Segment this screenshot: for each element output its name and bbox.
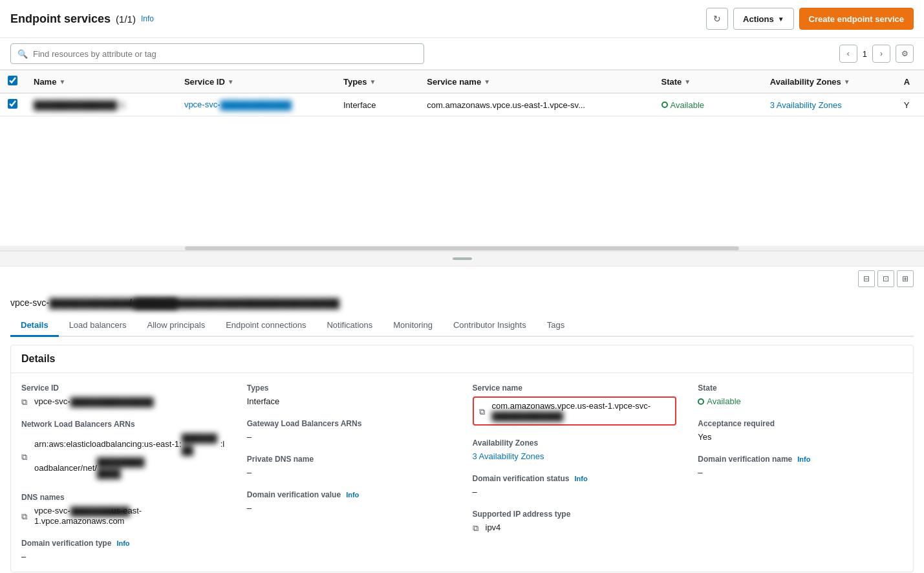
domain-verify-type-label: Domain verification type Info: [21, 539, 226, 548]
tab-allow-principals[interactable]: Allow principals: [137, 315, 216, 337]
page-number: 1: [863, 49, 867, 59]
count-badge: (1/1): [116, 14, 136, 25]
details-col-4: State Available Acceptance required Yes: [687, 373, 913, 572]
copy-dns-icon[interactable]: ⧉: [21, 512, 30, 521]
types-value: Interface: [247, 396, 451, 406]
search-input[interactable]: [33, 49, 417, 59]
details-section: Details Service ID ⧉ vpce-svc-██████████…: [10, 345, 914, 572]
refresh-button[interactable]: ↻: [706, 8, 728, 30]
tab-contributor-insights[interactable]: Contributor Insights: [443, 315, 537, 337]
tab-load-balancers[interactable]: Load balancers: [59, 315, 137, 337]
domain-verify-value-group: Domain verification value Info –: [247, 490, 451, 513]
domain-verify-type-value: –: [21, 552, 226, 561]
copy-service-name-icon[interactable]: ⧉: [479, 407, 488, 416]
detail-breadcrumb: vpce-svc-████████████████████ / ████████…: [10, 291, 914, 312]
next-page-button[interactable]: ›: [872, 45, 890, 63]
tab-tags[interactable]: Tags: [537, 315, 575, 337]
details-col-2: Types Interface Gateway Load Balancers A…: [237, 373, 462, 572]
dns-names-label: DNS names: [21, 493, 226, 502]
az-link[interactable]: 3 Availability Zones: [473, 451, 544, 461]
acceptance-value: Yes: [698, 432, 902, 442]
row-name-cell: ██████████████ S: [26, 93, 177, 116]
service-id-value: ⧉ vpce-svc-██████████████: [21, 396, 226, 407]
service-name-text: com.amazonaws.vpce.us-east-1.vpce-svc-██…: [492, 401, 671, 421]
sort-az-icon: ▼: [844, 78, 850, 85]
row-types-cell: Interface: [336, 93, 419, 116]
nlb-arns-value: ⧉ arn:aws:elasticloadbalancing:us-east-1…: [21, 433, 226, 480]
domain-verify-type-info-link[interactable]: Info: [116, 539, 129, 547]
actions-label: Actions: [743, 14, 774, 24]
az-label: Availability Zones: [473, 438, 677, 448]
state-available-icon: [698, 398, 704, 405]
supported-ip-label: Supported IP address type: [473, 510, 677, 519]
gw-arns-label: Gateway Load Balancers ARNs: [247, 419, 451, 428]
row-checkbox-cell: [0, 93, 26, 116]
domain-status-value: –: [473, 487, 677, 497]
view-split-horizontal-button[interactable]: ⊟: [858, 270, 875, 287]
select-all-checkbox[interactable]: [8, 76, 17, 85]
domain-name-info-link[interactable]: Info: [797, 455, 810, 463]
detail-panel: vpce-svc-████████████████████ / ████████…: [0, 291, 924, 572]
private-dns-value: –: [247, 468, 451, 477]
th-types: Types ▼: [336, 70, 419, 94]
row-checkbox[interactable]: [8, 99, 17, 109]
domain-status-info-link[interactable]: Info: [575, 475, 588, 482]
row-name-value: ██████████████ S: [34, 100, 125, 110]
copy-service-id-icon[interactable]: ⧉: [21, 397, 30, 406]
dns-names-value: ⧉ vpce-svc-██████████.us-east-1.vpce.ama…: [21, 506, 226, 526]
prev-icon: ‹: [847, 49, 850, 58]
domain-verify-type-group: Domain verification type Info –: [21, 539, 226, 561]
th-state: State ▼: [654, 70, 762, 94]
tab-monitoring[interactable]: Monitoring: [383, 315, 443, 337]
panel-divider[interactable]: [0, 251, 924, 266]
detail-breadcrumb-rest: ████████████████████████████████: [134, 298, 251, 308]
th-service-name: Service name ▼: [419, 70, 653, 94]
header-left: Endpoint services (1/1) Info: [10, 12, 154, 26]
status-available-icon: [661, 102, 668, 108]
view-controls: ⊟ ⊡ ⊞: [0, 266, 924, 291]
az-group: Availability Zones 3 Availability Zones: [473, 438, 677, 461]
sort-svcid-icon: ▼: [228, 78, 234, 85]
domain-verify-value-info-link[interactable]: Info: [346, 491, 359, 499]
table-settings-button[interactable]: ⚙: [896, 45, 914, 63]
row-last-cell: Y: [896, 93, 924, 116]
th-last-col: A: [896, 70, 924, 94]
acceptance-label: Acceptance required: [698, 419, 902, 428]
dns-value-text: vpce-svc-██████████.us-east-1.vpce.amazo…: [34, 506, 226, 526]
sort-name-icon: ▼: [59, 78, 65, 85]
page-info-link[interactable]: Info: [141, 14, 154, 23]
divider-handle-icon: [453, 257, 472, 260]
private-dns-group: Private DNS name –: [247, 455, 451, 477]
view-fullscreen-button[interactable]: ⊞: [897, 270, 914, 287]
tab-notifications[interactable]: Notifications: [316, 315, 383, 337]
endpoint-services-table: Name ▼ Service ID ▼ Types ▼: [0, 70, 924, 116]
refresh-icon: ↻: [713, 14, 721, 24]
prev-page-button[interactable]: ‹: [839, 45, 857, 63]
domain-verify-value-label: Domain verification value Info: [247, 490, 451, 499]
state-group: State Available: [698, 384, 902, 406]
create-endpoint-service-button[interactable]: Create endpoint service: [799, 8, 914, 30]
horizontal-scrollbar[interactable]: [0, 246, 924, 251]
tabs-bar: Details Load balancers Allow principals …: [10, 315, 914, 337]
nlb-arn-text: arn:aws:elasticloadbalancing:us-east-1:█…: [34, 433, 226, 480]
tab-details[interactable]: Details: [10, 315, 59, 337]
copy-nlb-icon[interactable]: ⧉: [21, 452, 30, 461]
actions-button[interactable]: Actions ▼: [733, 8, 794, 30]
row-az-link[interactable]: 3 Availability Zones: [770, 100, 842, 110]
page-header: Endpoint services (1/1) Info ↻ Actions ▼…: [0, 0, 924, 38]
details-col-1: Service ID ⧉ vpce-svc-██████████████ Net…: [11, 373, 237, 572]
acceptance-group: Acceptance required Yes: [698, 419, 902, 442]
table-wrapper: Name ▼ Service ID ▼ Types ▼: [0, 70, 924, 251]
copy-ip-icon[interactable]: ⧉: [473, 523, 482, 532]
domain-status-group: Domain verification status Info –: [473, 474, 677, 497]
view-split-vertical-button[interactable]: ⊡: [877, 270, 894, 287]
row-service-id-link[interactable]: vpce-svc-████████████: [184, 100, 292, 109]
types-group: Types Interface: [247, 384, 451, 406]
settings-icon: ⚙: [901, 49, 908, 58]
scrollbar-thumb: [185, 246, 739, 250]
tab-endpoint-connections[interactable]: Endpoint connections: [215, 315, 316, 337]
row-state-value: Available: [661, 100, 755, 110]
split-h-icon: ⊟: [863, 274, 870, 283]
dns-names-group: DNS names ⧉ vpce-svc-██████████.us-east-…: [21, 493, 226, 526]
th-service-id: Service ID ▼: [177, 70, 336, 94]
